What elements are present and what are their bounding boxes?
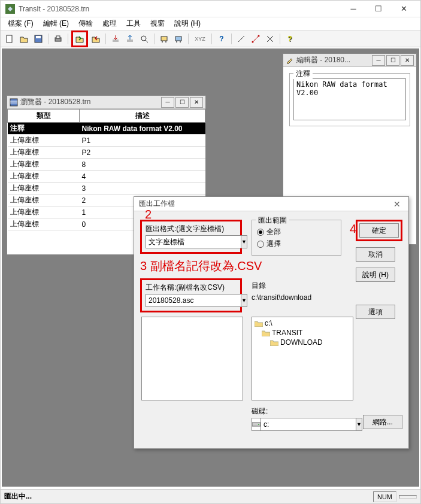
open-icon[interactable] (17, 32, 31, 45)
drive-input[interactable] (261, 418, 356, 431)
drive-combo[interactable]: ▼ (252, 418, 353, 431)
table-row[interactable]: 上傳座標8 (8, 159, 205, 171)
svg-point-11 (162, 41, 163, 42)
export-dialog: 匯出工作檔 ✕ 2 匯出格式:(選文字座標檔) ▼ 匯出範圍 全部 選擇 3 副… (134, 196, 409, 449)
svg-line-9 (146, 40, 148, 42)
drive-dropdown-button[interactable]: ▼ (356, 418, 362, 431)
maximize-button[interactable]: ☐ (367, 2, 390, 16)
menu-transfer[interactable]: 傳輸 (75, 17, 96, 30)
dialog-titlebar: 匯出工作檔 ✕ (134, 197, 408, 211)
help-icon[interactable]: ? (215, 32, 228, 45)
format-dropdown-button[interactable]: ▼ (241, 235, 247, 248)
export-icon[interactable] (73, 32, 86, 45)
help-button[interactable]: 說明 (H) (356, 268, 395, 282)
editor-title: 編輯器 - 20180... (296, 55, 372, 65)
format-input[interactable] (146, 235, 241, 248)
annotation-3: 3 副檔名記得改為.CSV (140, 258, 262, 274)
svg-line-16 (238, 36, 244, 42)
menu-window[interactable]: 視窗 (147, 17, 168, 30)
cancel-button[interactable]: 取消 (356, 247, 395, 262)
about-icon[interactable]: ? (283, 32, 296, 45)
browser-title: 瀏覽器 - 20180528.trn (20, 97, 161, 107)
close-button[interactable]: ✕ (392, 2, 416, 16)
folder-open-icon (262, 330, 270, 336)
menu-edit[interactable]: 編輯 (E) (40, 17, 72, 30)
browser-minimize-button[interactable]: ─ (161, 97, 174, 108)
cross-icon[interactable] (263, 32, 277, 45)
folder-tree[interactable]: c:\ TRANSIT DOWNLOAD (252, 317, 353, 400)
main-title: TransIt - 20180528.trn (19, 5, 341, 13)
ok-box: 確定 (356, 220, 402, 241)
import-icon[interactable] (89, 32, 102, 45)
line1-icon[interactable] (235, 32, 248, 45)
table-row[interactable]: 上傳座標P1 (8, 135, 205, 147)
jobname-input[interactable] (146, 294, 241, 307)
highlighted-toolbar-button (71, 31, 88, 47)
svg-point-18 (252, 41, 254, 42)
jobname-combo[interactable]: ▼ (146, 294, 237, 307)
svg-rect-7 (127, 40, 133, 42)
dialog-close-button[interactable]: ✕ (390, 199, 404, 210)
search-icon[interactable] (138, 32, 151, 45)
editor-textarea[interactable]: Nikon RAW data format V2.00 (293, 78, 406, 120)
svg-rect-3 (36, 36, 41, 38)
format-combo[interactable]: ▼ (146, 235, 237, 248)
col-type[interactable]: 類型 (8, 110, 80, 123)
ok-button[interactable]: 確定 (359, 223, 399, 238)
svg-rect-13 (175, 37, 181, 41)
col-desc[interactable]: 描述 (80, 110, 205, 123)
svg-rect-10 (161, 37, 167, 41)
toolbar: XYZ ? ? (1, 31, 420, 47)
status-num: NUM (373, 491, 396, 502)
print-icon[interactable] (52, 32, 65, 45)
status-message: 匯出中... (4, 491, 32, 502)
svg-point-8 (141, 36, 146, 41)
device2-icon[interactable] (172, 32, 185, 45)
table-row[interactable]: 注釋Nikon RAW data format V2.00 (8, 123, 205, 135)
range-group: 匯出範圍 全部 選擇 (252, 220, 341, 256)
device1-icon[interactable] (158, 32, 171, 45)
menu-process[interactable]: 處理 (99, 17, 120, 30)
folder-open-icon (270, 339, 278, 346)
new-icon[interactable] (3, 32, 16, 45)
jobname-dropdown-button[interactable]: ▼ (241, 294, 247, 307)
editor-close-button[interactable]: ✕ (401, 55, 414, 66)
options-button[interactable]: 選項 (356, 305, 395, 319)
menu-file[interactable]: 檔案 (F) (4, 17, 37, 30)
table-row[interactable]: 上傳座標3 (8, 183, 205, 195)
minimize-button[interactable]: ─ (341, 2, 365, 16)
radio-select[interactable]: 選擇 (257, 239, 336, 249)
radio-dot-icon (257, 241, 264, 248)
tree-node-download[interactable]: DOWNLOAD (253, 338, 352, 347)
tree-node-transit[interactable]: TRANSIT (253, 328, 352, 338)
save-icon[interactable] (32, 32, 45, 45)
browser-close-button[interactable]: ✕ (190, 97, 203, 108)
svg-point-15 (180, 41, 181, 42)
menu-tools[interactable]: 工具 (123, 17, 144, 30)
download-icon[interactable] (109, 32, 122, 45)
tree-root[interactable]: c:\ (253, 318, 352, 328)
line2-icon[interactable] (249, 32, 262, 45)
upload-icon[interactable] (123, 32, 137, 45)
editor-minimize-button[interactable]: ─ (372, 55, 385, 66)
file-listbox[interactable] (141, 317, 243, 400)
svg-point-12 (165, 41, 166, 42)
app-icon (5, 4, 15, 14)
browser-maximize-button[interactable]: ☐ (175, 97, 189, 108)
table-row[interactable]: 上傳座標4 (8, 171, 205, 183)
network-button[interactable]: 網路... (363, 415, 402, 429)
editor-maximize-button[interactable]: ☐ (386, 55, 399, 66)
svg-point-26 (258, 424, 259, 425)
editor-titlebar: 編輯器 - 20180... ─ ☐ ✕ (283, 54, 416, 67)
xyz-button[interactable]: XYZ (192, 32, 208, 45)
table-row[interactable]: 上傳座標P2 (8, 147, 205, 159)
main-window: TransIt - 20180528.trn ─ ☐ ✕ 檔案 (F) 編輯 (… (0, 0, 421, 504)
jobname-label: 工作名稱:(副檔名改CSV) (146, 283, 237, 293)
radio-all[interactable]: 全部 (257, 227, 336, 237)
svg-point-19 (258, 35, 260, 37)
menubar: 檔案 (F) 編輯 (E) 傳輸 處理 工具 視窗 說明 (H) (1, 17, 420, 31)
svg-line-17 (253, 36, 259, 42)
browser-titlebar: 瀏覽器 - 20180528.trn ─ ☐ ✕ (7, 96, 205, 109)
menu-help[interactable]: 說明 (H) (171, 17, 204, 30)
editor-group: 注釋 Nikon RAW data format V2.00 (289, 73, 410, 126)
